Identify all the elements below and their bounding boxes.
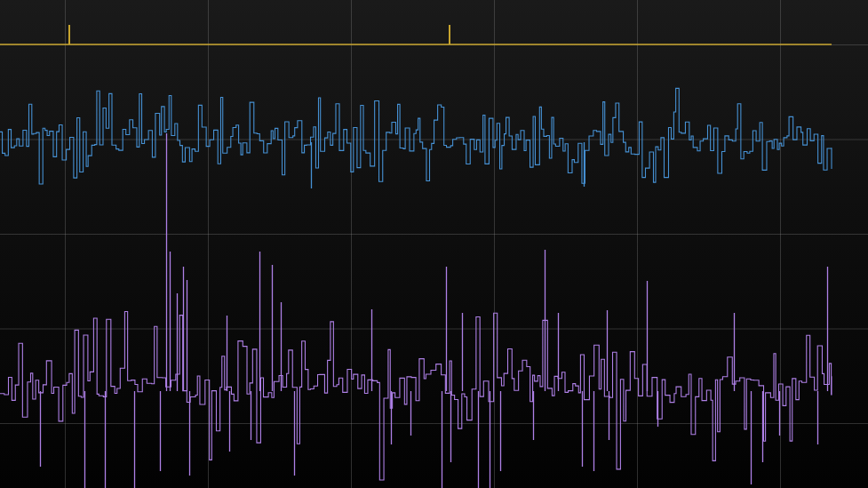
- oscilloscope-screen: [0, 0, 868, 488]
- waveform-plot-area[interactable]: [0, 0, 868, 488]
